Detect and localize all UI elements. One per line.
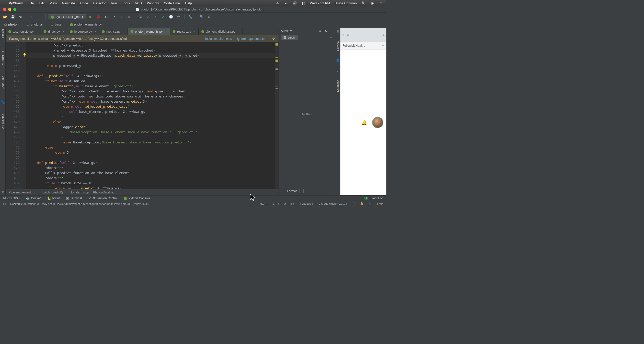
cursor-position[interactable]: 457:13	[260, 202, 268, 205]
editor-tab[interactable]: ⬤metrics.py✕	[99, 28, 128, 35]
tool-python-console[interactable]: ⬤Python Console	[124, 196, 150, 200]
event-log-button[interactable]: 1 Event Log	[364, 196, 383, 200]
battery-icon[interactable]: ▮▯	[301, 1, 305, 5]
expand-icon[interactable]: »	[381, 32, 386, 38]
nav-back-button[interactable]: ←	[29, 14, 35, 20]
tool-vcs[interactable]: ⎇9: Version Control	[88, 196, 117, 200]
git-branch[interactable]: Git: add-cluster-0.0.1 ⇕	[318, 202, 348, 205]
paw-icon[interactable]: 🐾	[368, 202, 372, 205]
close-icon[interactable]: ✕	[165, 30, 167, 33]
minimize-icon[interactable]: —	[330, 29, 333, 33]
breadcrumb-root[interactable]: 🗀photon	[3, 22, 20, 27]
clock[interactable]: Wed 7:31 PM	[310, 1, 330, 5]
coverage-button[interactable]: ◐	[103, 14, 109, 20]
menu-tools[interactable]: Tools	[122, 1, 130, 5]
tool-project[interactable]: 1: Project	[1, 29, 4, 41]
app-name[interactable]: PyCharm	[9, 1, 23, 5]
breadcrumb-file[interactable]: ⬤photon_elements.py	[68, 22, 103, 27]
tabs-icon[interactable]: ⧉	[346, 32, 351, 38]
open-file-button[interactable]: 📂	[2, 14, 8, 20]
crumb-method[interactable]: __batch_predict()	[39, 191, 63, 194]
volume-icon[interactable]: 🔊	[293, 1, 297, 5]
git-history-button[interactable]: 🕐	[168, 14, 174, 20]
indent[interactable]: 4 spaces ⇕	[300, 202, 314, 205]
menu-file[interactable]: File	[28, 1, 34, 5]
close-icon[interactable]: ✕	[123, 30, 125, 33]
menu-refactor[interactable]: Refactor	[93, 1, 106, 5]
tool-todo[interactable]: ☑6: TODO	[3, 196, 20, 200]
siri-icon[interactable]: ◉	[370, 1, 374, 5]
crumb-stmt[interactable]: for start, stop in PhotonDataHe...	[71, 191, 116, 194]
search-button[interactable]: 🔍	[199, 14, 205, 20]
close-icon[interactable]: ✕	[238, 30, 240, 33]
window-close-button[interactable]	[3, 8, 6, 11]
bell-icon[interactable]: 🔔	[361, 120, 367, 125]
nav-forward-button[interactable]: →	[37, 14, 43, 20]
debug-button[interactable]: 🐞	[95, 14, 101, 20]
user-name[interactable]: Bruce Cottman	[335, 1, 357, 5]
tool-sciview[interactable]: SciView	[336, 41, 339, 51]
editor-tab[interactable]: ⬤hyperpipe.py✕	[67, 28, 99, 35]
avatar-icon[interactable]: 👤	[336, 58, 340, 62]
sync-button[interactable]: ⟲	[17, 14, 24, 20]
editor-tab[interactable]: ⬤test_register.py✕	[6, 28, 41, 35]
menu-vcs[interactable]: VCS	[135, 1, 142, 5]
menu-view[interactable]: View	[50, 1, 57, 5]
window-minimize-button[interactable]	[8, 8, 11, 11]
close-icon[interactable]: ✕	[36, 30, 38, 33]
sciview-tab-empty[interactable]: 🖼 empty	[281, 35, 298, 40]
format-box[interactable]	[300, 189, 304, 193]
menu-codetime[interactable]: Code Time	[164, 1, 180, 5]
editor-tab[interactable]: ⬤registry.py✕	[170, 28, 198, 35]
run-button[interactable]: ▶	[88, 14, 94, 20]
breadcrumb-item[interactable]: 🗀base	[49, 22, 63, 27]
encoding[interactable]: UTF-8 ⇕	[284, 202, 295, 205]
git-revert-button[interactable]: ↶	[176, 14, 182, 20]
tool-pylint[interactable]: 🐍Pylint	[47, 196, 60, 200]
add-tab-button[interactable]: ＋	[329, 35, 333, 40]
install-requirements-link[interactable]: Install requirements	[205, 37, 232, 41]
browser-tab[interactable]: FollowMyHealt... ＋	[340, 42, 386, 50]
code-editor[interactable]: 4554564574584594604614624634644654664674…	[6, 42, 279, 189]
inspection-icon[interactable]: ◯	[352, 202, 355, 205]
share-icon[interactable]: ⇪	[340, 32, 346, 38]
close-icon[interactable]: ✕	[62, 30, 64, 33]
grid-icon[interactable]: ⊞	[337, 30, 339, 33]
tool-codetime[interactable]: Code Time	[1, 76, 4, 89]
save-all-button[interactable]: 💾	[10, 14, 16, 20]
crumb-class[interactable]: PipelineElement	[9, 191, 31, 194]
editor-tab[interactable]: ⬤photon_elements.py✕	[128, 28, 170, 35]
intention-bulb-icon[interactable]: 💡	[22, 53, 27, 57]
git-push-button[interactable]: ↗	[160, 14, 166, 20]
lock-icon[interactable]: 🔒	[360, 202, 364, 205]
ignore-requirements-link[interactable]: Ignore requirements	[237, 37, 264, 41]
user-avatar[interactable]	[372, 117, 383, 128]
tool-docker[interactable]: 🐳Docker	[26, 196, 41, 200]
screen-mirror-icon[interactable]: ⏏	[275, 1, 279, 5]
close-icon[interactable]: ✕	[194, 30, 196, 33]
tool-window-toggle-icon[interactable]: ▢	[3, 202, 6, 205]
profile-button[interactable]: ◔	[111, 14, 117, 20]
checkbox[interactable]	[281, 189, 285, 193]
tool-database[interactable]: Database	[336, 80, 339, 92]
git-pull-button[interactable]: ↙	[145, 14, 151, 20]
breadcrumb-item[interactable]: 🗀photonai	[25, 22, 44, 27]
settings-button[interactable]: 🔧	[187, 14, 193, 20]
line-separator[interactable]: LF ⇕	[273, 202, 279, 205]
spotlight-icon[interactable]: 🔍	[361, 1, 365, 5]
updates-icon[interactable]: ▲	[284, 1, 288, 5]
menu-list-icon[interactable]: ≡	[379, 1, 383, 5]
editor-tab[interactable]: ⬤element_dictionary.py✕	[199, 28, 243, 35]
editor-tab[interactable]: ⬤driver.py✕	[41, 28, 67, 35]
menu-window[interactable]: Window	[147, 1, 159, 5]
error-stripe[interactable]	[275, 42, 279, 189]
menu-help[interactable]: Help	[185, 1, 192, 5]
run-config-selector[interactable]: ⬤ pytest in tests_ext ▾	[48, 14, 86, 19]
menu-run[interactable]: Run	[111, 1, 117, 5]
close-icon[interactable]: ✕	[94, 30, 96, 33]
paw-icon[interactable]: 🐾	[1, 100, 5, 104]
window-maximize-button[interactable]	[13, 8, 16, 11]
list-icon[interactable]: ≡1	[319, 29, 323, 33]
star-icon[interactable]: ★	[1, 190, 4, 194]
tool-favorites[interactable]: 2: Favorites	[1, 114, 4, 129]
